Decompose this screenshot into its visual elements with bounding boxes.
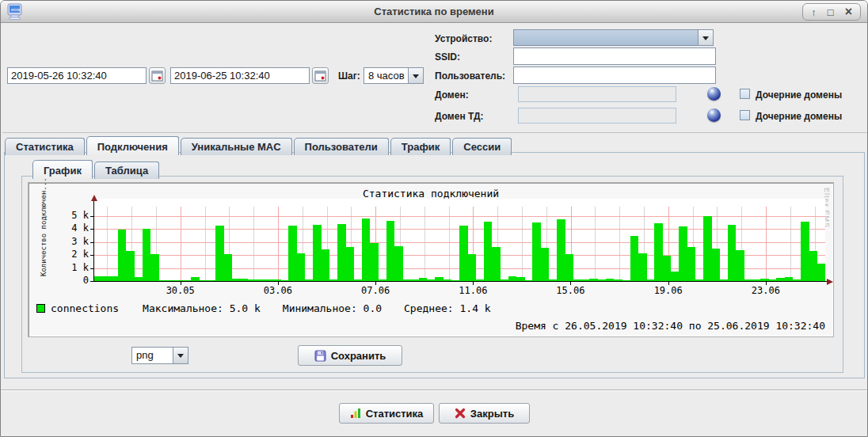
gridline-minor [522,207,523,281]
statistics-button-label: Статистика [366,408,424,420]
maximize-button[interactable]: □ [828,7,834,17]
chart-time-caption: Время с 26.05.2019 10:32:40 по 25.06.201… [516,320,825,332]
shade-button[interactable]: ↑ [811,7,817,17]
bar [313,225,322,281]
calendar-icon [151,70,163,82]
bar [150,254,159,281]
gridline-major [278,207,279,281]
bar [809,251,817,282]
domain-globe-button[interactable] [707,87,721,101]
subtab-График[interactable]: График [32,160,93,179]
stat-avg: Среднее: 1.4 k [404,302,491,314]
statistics-button[interactable]: Статистика [339,403,434,424]
x-tick-label: 30.05 [158,285,203,296]
bar [288,226,297,282]
tab-Сессии[interactable]: Сессии [452,138,512,155]
bar [223,254,232,281]
bar [321,249,329,281]
user-input[interactable] [513,66,716,84]
step-value: 8 часов [364,68,408,83]
x-tick-label: 07.06 [353,285,398,296]
window-title: Статистика по времени [1,6,867,17]
close-dialog-button[interactable]: Закрыть [439,403,530,424]
tab-Статистика[interactable]: Статистика [5,138,85,155]
save-button[interactable]: Сохранить [298,345,402,366]
bar [362,218,371,281]
bar [711,249,720,281]
tab-Трафик[interactable]: Трафик [390,138,451,155]
connections-chart: Статистика подключений Eltex EMS Количес… [28,182,834,337]
ssid-input[interactable] [513,48,716,65]
bar [484,222,493,281]
legend-swatch [36,304,45,313]
bar [394,246,403,281]
bar [143,229,151,281]
bar [215,226,224,281]
device-select[interactable] [513,29,714,46]
bar [663,256,672,281]
chevron-down-icon[interactable] [408,68,423,83]
x-tick-label: 23.06 [744,285,788,296]
titlebar: ems Статистика по времени ↑ □ × [1,1,867,23]
x-tick-label: 11.06 [451,285,495,296]
bar [736,250,744,281]
tab-Пользователи[interactable]: Пользователи [294,138,389,155]
gridline-minor [449,207,450,281]
footer-divider [1,390,867,391]
tab-Подключения[interactable]: Подключения [86,136,179,155]
sub-tabs: ГрафикТаблица [32,160,159,179]
device-value [514,30,698,45]
child-domains-label: Дочерние домены [756,89,842,101]
bar [541,248,550,281]
date-to-input[interactable] [170,67,310,84]
gridline-minor [253,207,254,281]
bar [801,222,809,281]
statistics-window: ems Статистика по времени ↑ □ × Шаг: 8 [0,0,868,437]
gridline-minor [595,207,596,281]
date-from-calendar-button[interactable] [149,67,166,84]
date-to-calendar-button[interactable] [312,67,329,84]
bar [679,226,687,281]
step-select[interactable]: 8 часов [364,67,424,84]
y-tick-label: 3 k [60,236,89,247]
child-domains-checkbox[interactable] [740,89,750,99]
domain-ap-label: Домен ТД: [435,111,484,122]
export-format-value: png [132,348,173,363]
user-label: Пользователь: [435,70,505,82]
date-from-input[interactable] [7,67,147,84]
bar [630,236,639,281]
bar [337,224,346,281]
y-axis-arrow [91,192,97,201]
x-axis-arrow [827,279,836,285]
close-button-label: Закрыть [470,408,514,420]
export-format-select[interactable]: png [131,347,188,364]
legend-series-name: connections [51,302,119,314]
bar [459,226,468,281]
x-tick-label: 03.06 [256,285,300,296]
y-axis [93,199,94,282]
calendar-icon [314,70,326,82]
bar [728,225,737,281]
gridline-h [93,216,825,217]
chevron-down-icon[interactable] [698,30,713,45]
subtab-Таблица[interactable]: Таблица [94,162,159,179]
bar [467,254,476,281]
gridline-minor [424,207,425,281]
tab-Уникальные MAC[interactable]: Уникальные MAC [181,138,292,155]
bar [687,247,695,281]
bar [297,253,306,281]
gridline-minor [790,207,791,281]
chevron-down-icon[interactable] [173,348,188,363]
domain-input [518,86,676,102]
domain-ap-globe-button[interactable] [707,108,721,122]
x-tick-label: 19.06 [646,285,691,296]
bar [532,222,541,281]
close-button[interactable]: × [845,6,852,18]
floppy-icon [314,350,326,362]
ssid-label: SSID: [435,51,460,63]
chart-title: Статистика подключений [29,188,833,200]
child-domains-ap-checkbox[interactable] [740,110,750,120]
gridline-major [766,207,767,281]
device-label: Устройство: [435,33,492,44]
x-axis [92,281,828,282]
